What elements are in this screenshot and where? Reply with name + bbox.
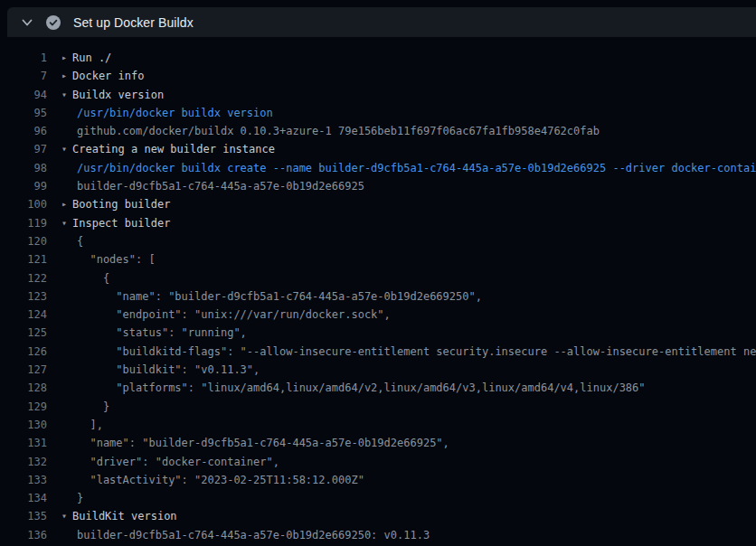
log-line: 122 { xyxy=(0,269,756,287)
log-text: Booting builder xyxy=(72,195,170,213)
group-toggle-icon: ▸ xyxy=(61,49,72,67)
group-toggle-icon: ▾ xyxy=(61,140,72,158)
log-line: 132 "driver": "docker-container", xyxy=(0,453,756,471)
log-text: "driver": "docker-container", xyxy=(61,453,279,471)
log-line[interactable]: 94 ▾ Buildx version xyxy=(0,86,756,104)
log-line: 124 "endpoint": "unix:///var/run/docker.… xyxy=(0,306,756,324)
log-text: "lastActivity": "2023-02-25T11:58:12.000… xyxy=(61,471,364,489)
line-number[interactable]: 136 xyxy=(0,526,47,544)
log-text: BuildKit version xyxy=(72,507,177,525)
line-number[interactable]: 124 xyxy=(0,306,47,324)
log-line: 131 "name": "builder-d9cfb5a1-c764-445a-… xyxy=(0,434,756,452)
line-number[interactable]: 128 xyxy=(0,379,47,397)
log-text: } xyxy=(61,398,109,416)
log-text: builder-d9cfb5a1-c764-445a-a57e-0b19d2e6… xyxy=(61,526,430,544)
log-text: ], xyxy=(61,416,103,434)
line-number[interactable]: 126 xyxy=(0,343,47,361)
log-text: "buildkitd-flags": "--allow-insecure-ent… xyxy=(61,343,756,361)
line-number[interactable]: 131 xyxy=(0,434,47,452)
check-circle-icon xyxy=(46,15,61,30)
log-line: 129 } xyxy=(0,398,756,416)
line-number[interactable]: 97 xyxy=(0,140,47,158)
log-line: 134 } xyxy=(0,489,756,507)
log-line: 136 builder-d9cfb5a1-c764-445a-a57e-0b19… xyxy=(0,526,756,544)
line-number[interactable]: 132 xyxy=(0,453,47,471)
log-text: Inspect builder xyxy=(72,214,170,232)
log-text: /usr/bin/docker buildx create --name bui… xyxy=(61,159,756,177)
log-text: "buildkit": "v0.11.3", xyxy=(61,361,260,379)
line-number[interactable]: 98 xyxy=(0,159,47,177)
line-number[interactable]: 130 xyxy=(0,416,47,434)
log-text: /usr/bin/docker buildx version xyxy=(61,104,273,122)
log-line[interactable]: 119 ▾ Inspect builder xyxy=(0,214,756,232)
log-line: 126 "buildkitd-flags": "--allow-insecure… xyxy=(0,343,756,361)
log-line[interactable]: 7 ▸ Docker info xyxy=(0,67,756,85)
step-header[interactable]: Set up Docker Buildx xyxy=(7,7,756,37)
group-toggle-icon: ▸ xyxy=(61,67,72,85)
chevron-down-icon[interactable] xyxy=(20,15,34,30)
log-lines: 1 ▸ Run ./ 7 ▸ Docker info 94 ▾ Buildx v… xyxy=(0,49,756,544)
log-line[interactable]: 135 ▾ BuildKit version xyxy=(0,507,756,525)
log-text: Run ./ xyxy=(72,49,111,67)
line-number[interactable]: 120 xyxy=(0,232,47,250)
line-number[interactable]: 122 xyxy=(0,269,47,287)
log-text: "name": "builder-d9cfb5a1-c764-445a-a57e… xyxy=(61,434,449,452)
log-line: 127 "buildkit": "v0.11.3", xyxy=(0,361,756,379)
log-line: 130 ], xyxy=(0,416,756,434)
group-toggle-icon: ▾ xyxy=(61,214,72,232)
log-text: Creating a new builder instance xyxy=(72,140,275,158)
log-text: "endpoint": "unix:///var/run/docker.sock… xyxy=(61,306,391,324)
line-number[interactable]: 121 xyxy=(0,250,47,268)
log-line: 123 "name": "builder-d9cfb5a1-c764-445a-… xyxy=(0,287,756,306)
line-number[interactable]: 7 xyxy=(0,67,47,85)
log-line[interactable]: 1 ▸ Run ./ xyxy=(0,49,756,67)
group-toggle-icon: ▾ xyxy=(61,86,72,104)
log-text: "status": "running", xyxy=(61,324,247,342)
log-text: Docker info xyxy=(72,67,144,85)
group-toggle-icon: ▾ xyxy=(61,507,72,525)
log-line: 98 /usr/bin/docker buildx create --name … xyxy=(0,159,756,177)
log-text: builder-d9cfb5a1-c764-445a-a57e-0b19d2e6… xyxy=(61,177,364,195)
log-line: 95 /usr/bin/docker buildx version xyxy=(0,104,756,122)
line-number[interactable]: 135 xyxy=(0,507,47,525)
line-number[interactable]: 96 xyxy=(0,122,47,140)
log-line[interactable]: 97 ▾ Creating a new builder instance xyxy=(0,140,756,158)
line-number[interactable]: 125 xyxy=(0,324,47,342)
step-title: Set up Docker Buildx xyxy=(73,15,194,30)
log-line: 96 github.com/docker/buildx 0.10.3+azure… xyxy=(0,122,756,140)
group-toggle-icon: ▸ xyxy=(61,195,72,213)
line-number[interactable]: 119 xyxy=(0,214,47,232)
log-text: "name": "builder-d9cfb5a1-c764-445a-a57e… xyxy=(61,287,482,306)
log-text: } xyxy=(61,489,83,507)
line-number[interactable]: 134 xyxy=(0,489,47,507)
line-number[interactable]: 127 xyxy=(0,361,47,379)
line-number[interactable]: 99 xyxy=(0,177,47,195)
line-number[interactable]: 1 xyxy=(0,49,47,67)
log-line: 120 { xyxy=(0,232,756,250)
line-number[interactable]: 94 xyxy=(0,86,47,104)
log-line: 133 "lastActivity": "2023-02-25T11:58:12… xyxy=(0,471,756,489)
log-viewer: 1 ▸ Run ./ 7 ▸ Docker info 94 ▾ Buildx v… xyxy=(0,37,756,546)
log-line[interactable]: 100 ▸ Booting builder xyxy=(0,195,756,213)
line-number[interactable]: 133 xyxy=(0,471,47,489)
log-line: 125 "status": "running", xyxy=(0,324,756,342)
line-number[interactable]: 95 xyxy=(0,104,47,122)
line-number[interactable]: 123 xyxy=(0,287,47,306)
log-text: { xyxy=(61,232,83,250)
line-number[interactable]: 129 xyxy=(0,398,47,416)
log-line: 128 "platforms": "linux/amd64,linux/amd6… xyxy=(0,379,756,397)
log-line: 121 "nodes": [ xyxy=(0,250,756,268)
log-text: Buildx version xyxy=(72,86,164,104)
line-number[interactable]: 100 xyxy=(0,195,47,213)
log-text: "nodes": [ xyxy=(61,250,156,268)
log-text: github.com/docker/buildx 0.10.3+azure-1 … xyxy=(61,122,600,140)
log-text: { xyxy=(61,269,109,287)
log-text: "platforms": "linux/amd64,linux/amd64/v2… xyxy=(61,379,646,397)
log-line: 99 builder-d9cfb5a1-c764-445a-a57e-0b19d… xyxy=(0,177,756,195)
